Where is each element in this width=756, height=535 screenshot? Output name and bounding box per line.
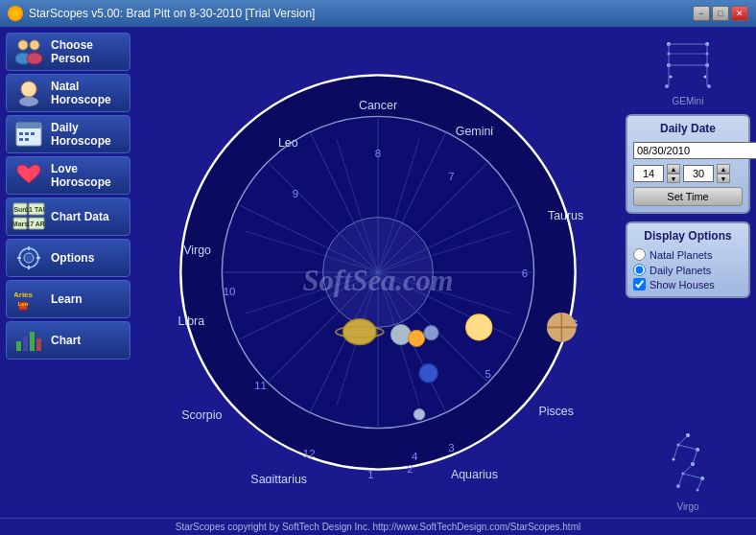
natal-planets-option[interactable]: Natal Planets — [633, 248, 743, 261]
daily-date-panel: Daily Date 📅 ▲ ▼ ▲ ▼ — [626, 114, 750, 214]
show-houses-label: Show Houses — [650, 279, 715, 291]
sidebar-item-chart-data[interactable]: Sun 11 TAU Mars 17 ARI Chart Data — [6, 198, 130, 236]
gemini-label: GEMini — [626, 96, 750, 106]
zodiac-chart: Cancer Gemini Leo Taurus Virgo Aries Lib… — [167, 61, 589, 483]
svg-point-4 — [21, 81, 36, 97]
svg-text:1: 1 — [367, 469, 373, 480]
minute-down[interactable]: ▼ — [717, 174, 730, 183]
svg-point-78 — [390, 325, 411, 345]
gemini-constellation: GEMini — [626, 36, 750, 106]
svg-text:10: 10 — [224, 286, 236, 297]
svg-rect-11 — [19, 138, 23, 141]
svg-rect-10 — [31, 132, 35, 135]
chart-icon — [12, 326, 45, 355]
svg-point-73 — [343, 319, 376, 345]
display-options-panel: Display Options Natal Planets Daily Plan… — [626, 221, 750, 298]
hour-down[interactable]: ▼ — [667, 174, 680, 183]
sidebar-item-options[interactable]: Options — [6, 239, 130, 277]
svg-text:9: 9 — [293, 188, 298, 199]
svg-line-114 — [683, 474, 702, 478]
svg-point-5 — [19, 97, 38, 106]
svg-point-0 — [18, 40, 28, 50]
svg-text:Gemini: Gemini — [456, 125, 493, 138]
love-horoscope-icon — [12, 161, 45, 190]
footer-text: StarScopes copyright by SoftTech Design … — [176, 522, 580, 532]
title-bar-text: StarScopes v5.00: Brad Pitt on 8-30-2010… — [29, 7, 693, 20]
svg-text:12: 12 — [303, 448, 316, 459]
svg-text:Aquarius: Aquarius — [451, 468, 498, 481]
date-input[interactable] — [633, 142, 756, 159]
learn-icon: Aries Leo — [12, 285, 45, 314]
svg-text:Sagittarius: Sagittarius — [250, 473, 307, 483]
svg-text:Aries: Aries — [14, 291, 34, 299]
minimize-button[interactable]: − — [693, 6, 710, 21]
set-time-button[interactable]: Set Time — [633, 187, 743, 206]
sidebar-item-learn[interactable]: Aries Leo Learn — [6, 280, 130, 318]
show-houses-checkbox[interactable] — [633, 278, 646, 291]
svg-text:Libra: Libra — [177, 314, 204, 328]
window-controls: − □ ✕ — [693, 6, 748, 21]
virgo-constellation: Virgo — [626, 430, 750, 512]
svg-point-93 — [665, 84, 669, 88]
main-container: Choose Person Natal Horoscope — [0, 27, 756, 535]
right-panel: GEMini Daily Date 📅 ▲ ▼ ▲ — [626, 33, 750, 512]
date-row: 📅 — [633, 141, 743, 160]
svg-text:Leo: Leo — [278, 136, 298, 150]
svg-text:4: 4 — [412, 451, 418, 462]
svg-point-82 — [413, 409, 424, 420]
svg-point-92 — [704, 76, 707, 79]
svg-point-91 — [670, 76, 673, 79]
svg-text:7: 7 — [448, 171, 454, 182]
sidebar-item-love-horoscope[interactable]: Love Horoscope — [6, 156, 130, 195]
close-button[interactable]: ✕ — [731, 6, 748, 21]
svg-point-3 — [27, 53, 42, 64]
svg-text:Scorpio: Scorpio — [181, 408, 222, 422]
maximize-button[interactable]: □ — [712, 6, 729, 21]
sidebar-item-daily-horoscope[interactable]: Daily Horoscope — [6, 115, 130, 153]
svg-rect-30 — [16, 341, 21, 351]
chart-area: Cancer Gemini Leo Taurus Virgo Aries Lib… — [136, 33, 620, 512]
svg-line-110 — [673, 445, 678, 459]
natal-planets-radio[interactable] — [633, 248, 646, 261]
choose-person-label: Choose Person — [51, 38, 124, 65]
time-row: ▲ ▼ ▲ ▼ — [633, 164, 743, 183]
svg-text:3: 3 — [448, 442, 454, 454]
svg-point-94 — [707, 84, 711, 88]
daily-planets-option[interactable]: Daily Planets — [633, 264, 743, 276]
planet-radio-group: Natal Planets Daily Planets — [633, 248, 743, 276]
sidebar-item-natal-horoscope[interactable]: Natal Horoscope — [6, 74, 130, 112]
virgo-label: Virgo — [626, 501, 750, 512]
svg-rect-31 — [23, 337, 28, 351]
options-label: Options — [51, 251, 94, 265]
svg-rect-9 — [25, 132, 29, 135]
svg-line-112 — [693, 450, 697, 464]
options-icon — [12, 244, 45, 272]
daily-horoscope-icon — [12, 120, 45, 149]
svg-rect-33 — [36, 338, 41, 351]
sidebar-item-chart[interactable]: Chart — [6, 321, 130, 360]
svg-point-2 — [30, 40, 39, 50]
hour-spinner[interactable]: ▲ ▼ — [667, 164, 680, 183]
love-horoscope-label: Love Horoscope — [51, 162, 124, 189]
svg-line-113 — [683, 464, 693, 474]
svg-rect-8 — [19, 132, 23, 135]
svg-text:Pisces: Pisces — [538, 405, 574, 418]
hour-input[interactable] — [633, 165, 664, 182]
sidebar: Choose Person Natal Horoscope — [6, 33, 130, 512]
svg-text:8: 8 — [375, 148, 381, 159]
minute-up[interactable]: ▲ — [717, 164, 730, 174]
daily-horoscope-label: Daily Horoscope — [51, 121, 124, 148]
sidebar-item-choose-person[interactable]: Choose Person — [6, 33, 130, 71]
svg-text:11: 11 — [254, 380, 267, 391]
daily-date-title: Daily Date — [633, 122, 743, 135]
minute-input[interactable] — [683, 165, 714, 182]
daily-planets-radio[interactable] — [633, 264, 646, 276]
hour-up[interactable]: ▲ — [667, 164, 680, 174]
svg-point-81 — [419, 364, 437, 383]
minute-spinner[interactable]: ▲ ▼ — [717, 164, 730, 183]
chart-label: Chart — [51, 334, 81, 347]
show-houses-option[interactable]: Show Houses — [633, 278, 743, 291]
svg-line-109 — [678, 435, 688, 445]
natal-horoscope-label: Natal Horoscope — [51, 80, 124, 106]
svg-point-22 — [24, 253, 34, 263]
